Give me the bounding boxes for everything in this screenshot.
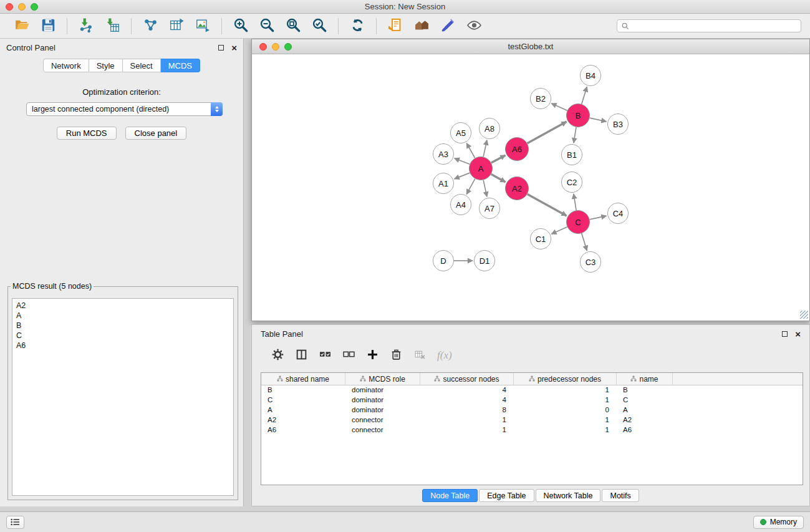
zoom-fit-button[interactable] bbox=[282, 16, 304, 36]
table-cell[interactable]: 4 bbox=[420, 395, 514, 405]
table-row[interactable]: Adominator80A bbox=[261, 405, 803, 415]
table-row[interactable]: Bdominator41B bbox=[261, 385, 803, 395]
delete-table-button[interactable] bbox=[410, 346, 429, 365]
new-table-button[interactable] bbox=[166, 16, 187, 36]
graph-node-D1[interactable]: D1 bbox=[474, 250, 495, 271]
import-network-button[interactable] bbox=[75, 16, 97, 36]
resize-grip-icon[interactable] bbox=[800, 311, 808, 319]
graph-node-B2[interactable]: B2 bbox=[530, 88, 551, 109]
close-network-window-button[interactable] bbox=[259, 43, 267, 51]
edge-C-C4[interactable] bbox=[590, 216, 607, 220]
table-cell[interactable]: C bbox=[617, 395, 673, 405]
edge-A-A4[interactable] bbox=[466, 179, 475, 195]
edge-A-A2[interactable] bbox=[491, 174, 506, 182]
zoom-network-window-button[interactable] bbox=[284, 43, 292, 51]
show-hide-button[interactable] bbox=[463, 16, 485, 36]
unselect-all-button[interactable] bbox=[339, 346, 358, 365]
task-history-button[interactable] bbox=[6, 516, 24, 529]
save-session-button[interactable] bbox=[37, 16, 59, 36]
close-panel-button[interactable]: Close panel bbox=[125, 127, 187, 140]
tab-edge-table[interactable]: Edge Table bbox=[479, 489, 534, 502]
network-canvas[interactable]: B4B2BB3A5A8A6B1A3AC2A1A2A4A7C4CC1C3DD1 bbox=[252, 54, 809, 320]
tab-network[interactable]: Network bbox=[43, 59, 89, 72]
graph-node-D[interactable]: D bbox=[433, 250, 454, 271]
tab-network-table[interactable]: Network Table bbox=[536, 489, 601, 502]
edge-A2-C[interactable] bbox=[528, 194, 567, 216]
table-cell[interactable]: A bbox=[617, 405, 673, 415]
table-cell[interactable]: 1 bbox=[420, 425, 514, 435]
zoom-window-button[interactable] bbox=[31, 3, 38, 11]
edge-A6-B[interactable] bbox=[528, 122, 567, 143]
graph-node-A1[interactable]: A1 bbox=[433, 173, 454, 194]
table-cell[interactable]: A2 bbox=[261, 415, 345, 425]
table-cell[interactable]: A6 bbox=[261, 425, 345, 435]
tab-select[interactable]: Select bbox=[123, 59, 161, 72]
home-button[interactable] bbox=[411, 16, 432, 36]
graph-node-B3[interactable]: B3 bbox=[607, 114, 629, 135]
table-cell[interactable]: B bbox=[261, 385, 345, 395]
delete-columns-button[interactable] bbox=[387, 346, 405, 365]
network-window-titlebar[interactable]: testGlobe.txt bbox=[252, 39, 809, 54]
edge-A-A3[interactable] bbox=[455, 158, 470, 164]
graph-node-B1[interactable]: B1 bbox=[561, 144, 582, 165]
column-header-shared-name[interactable]: shared name bbox=[261, 373, 345, 385]
close-window-button[interactable] bbox=[6, 3, 13, 11]
edge-A-A7[interactable] bbox=[483, 180, 487, 197]
table-row[interactable]: Cdominator41C bbox=[261, 395, 803, 405]
edge-C-C2[interactable] bbox=[574, 194, 576, 210]
edge-C-C1[interactable] bbox=[551, 227, 567, 234]
table-cell[interactable]: connector bbox=[345, 415, 420, 425]
table-cell[interactable]: A6 bbox=[617, 425, 673, 435]
mcds-result-item[interactable]: A2 bbox=[16, 301, 229, 311]
table-row[interactable]: A2connector11A2 bbox=[261, 415, 803, 425]
minimize-window-button[interactable] bbox=[18, 3, 26, 11]
table-cell[interactable]: connector bbox=[345, 425, 420, 435]
optimization-criterion-select[interactable]: largest connected component (directed) bbox=[26, 102, 223, 116]
graph-node-C1[interactable]: C1 bbox=[530, 228, 551, 249]
show-columns-button[interactable] bbox=[292, 346, 311, 365]
close-table-panel-icon[interactable]: × bbox=[795, 329, 801, 339]
zoom-selected-button[interactable] bbox=[309, 16, 330, 36]
float-panel-icon[interactable] bbox=[218, 45, 224, 51]
memory-button[interactable]: Memory bbox=[753, 516, 804, 529]
refresh-button[interactable] bbox=[347, 16, 368, 36]
edge-A-A6[interactable] bbox=[491, 155, 506, 163]
export-image-button[interactable] bbox=[192, 16, 213, 36]
first-neighbors-button[interactable] bbox=[385, 16, 406, 36]
table-cell[interactable]: dominator bbox=[345, 395, 420, 405]
table-cell[interactable]: 1 bbox=[514, 385, 617, 395]
table-cell[interactable]: B bbox=[617, 385, 673, 395]
graph-node-A[interactable]: A bbox=[469, 157, 493, 180]
mcds-result-list[interactable]: A2ABCA6 bbox=[12, 298, 234, 496]
graph-node-A2[interactable]: A2 bbox=[505, 177, 529, 200]
table-cell[interactable]: 1 bbox=[514, 425, 617, 435]
table-row[interactable]: A6connector11A6 bbox=[261, 425, 803, 435]
column-header-predecessor-nodes[interactable]: predecessor nodes bbox=[514, 373, 617, 385]
table-cell[interactable]: A bbox=[261, 405, 345, 415]
column-header-mcds-role[interactable]: MCDS role bbox=[345, 373, 420, 385]
table-settings-button[interactable] bbox=[268, 346, 287, 365]
edge-C-C3[interactable] bbox=[582, 233, 587, 251]
select-all-button[interactable] bbox=[316, 346, 334, 365]
graph-node-C3[interactable]: C3 bbox=[580, 251, 601, 273]
graph-node-A4[interactable]: A4 bbox=[450, 194, 471, 215]
edge-B-B4[interactable] bbox=[582, 87, 587, 104]
graph-node-C4[interactable]: C4 bbox=[607, 203, 629, 224]
tab-mcds[interactable]: MCDS bbox=[161, 59, 200, 72]
table-cell[interactable]: 1 bbox=[514, 395, 617, 405]
table-cell[interactable]: 1 bbox=[514, 415, 617, 425]
table-cell[interactable]: dominator bbox=[345, 405, 420, 415]
column-header-name[interactable]: name bbox=[617, 373, 673, 385]
function-builder-button[interactable]: f(x) bbox=[434, 346, 455, 365]
edge-B-B3[interactable] bbox=[590, 118, 607, 122]
column-header-successor-nodes[interactable]: successor nodes bbox=[420, 373, 514, 385]
apply-style-button[interactable] bbox=[437, 16, 458, 36]
add-column-button[interactable] bbox=[363, 346, 382, 365]
close-panel-icon[interactable]: × bbox=[231, 43, 237, 52]
edge-B-B2[interactable] bbox=[551, 104, 567, 110]
graph-node-A6[interactable]: A6 bbox=[505, 137, 529, 161]
graph-node-A7[interactable]: A7 bbox=[479, 198, 500, 219]
zoom-in-button[interactable] bbox=[230, 16, 251, 36]
tab-motifs[interactable]: Motifs bbox=[602, 489, 639, 502]
minimize-network-window-button[interactable] bbox=[272, 43, 279, 51]
